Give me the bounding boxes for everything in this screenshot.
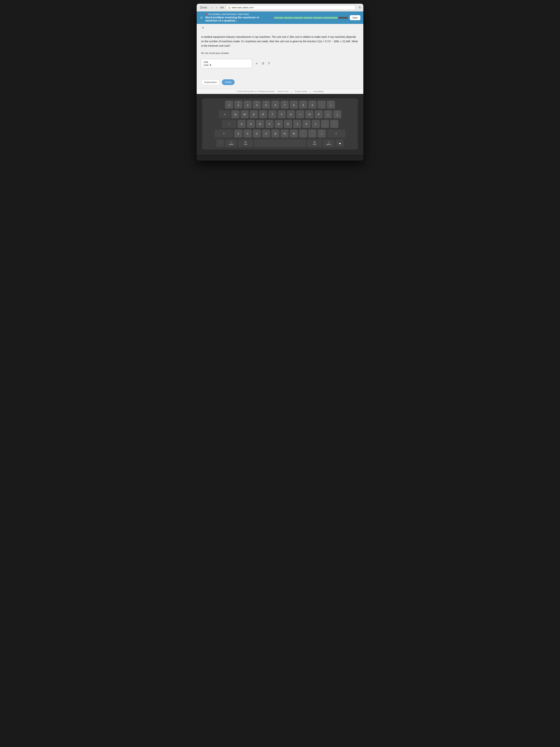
key-s[interactable]: S	[247, 120, 255, 128]
progress-segment-4	[313, 17, 322, 19]
answer-input-box: Unit cost: $	[201, 59, 252, 68]
key-i[interactable]: I	[296, 110, 304, 119]
key-u[interactable]: U	[287, 110, 295, 119]
key-n[interactable]: N	[281, 129, 289, 138]
problem-x: x	[243, 40, 245, 43]
header-category: POLYNOMIAL AND RATIONAL FUNCTIONS	[205, 14, 272, 16]
done-button[interactable]: Done	[199, 5, 208, 10]
keyboard-container: !1 @2 #3 $4 %5 ^6 &7 *8 (9 )0 _- += ⇥ Q …	[197, 95, 363, 155]
key-q[interactable]: Q	[231, 110, 239, 119]
key-semicolon[interactable]: :;	[321, 120, 329, 128]
keyboard-row-bottom: ⌃ ⌥option ⌘cmd ⌘cmd ⌥option ◀	[204, 139, 356, 147]
key-slash[interactable]: ?/	[318, 129, 326, 138]
key-3[interactable]: #3	[243, 101, 252, 109]
key-0[interactable]: )0	[308, 101, 317, 109]
back-button[interactable]: ‹	[210, 5, 213, 10]
key-d[interactable]: D	[256, 120, 264, 128]
progress-segment-6	[338, 17, 348, 19]
action-buttons: × ↺ ?	[255, 61, 271, 66]
laptop-frame: Done ‹ › AA 🔒 www-awn.aleks.com ↻ ≡ POLY…	[197, 4, 363, 161]
key-option-left[interactable]: ⌥option	[225, 139, 237, 147]
key-k[interactable]: K	[302, 120, 311, 128]
key-p[interactable]: P	[315, 110, 323, 119]
key-v[interactable]: V	[262, 129, 270, 138]
key-quote[interactable]: "'	[330, 120, 338, 128]
category-dot	[205, 14, 207, 15]
key-g[interactable]: G	[275, 120, 283, 128]
key-1[interactable]: !1	[225, 101, 233, 109]
hamburger-button[interactable]: ≡	[199, 16, 203, 20]
forward-button[interactable]: ›	[215, 5, 218, 10]
keyboard-row-asdf: ⇪ A S D F G H J K L :; "'	[204, 120, 356, 128]
key-lbracket[interactable]: {[	[324, 110, 332, 119]
key-f[interactable]: F	[265, 120, 273, 128]
key-cmd-right[interactable]: ⌘cmd	[307, 139, 322, 147]
problem-cx: C	[317, 40, 319, 43]
aa-button[interactable]: AA	[220, 6, 224, 9]
key-e[interactable]: E	[250, 110, 258, 119]
answer-area: Unit cost: $ × ↺ ?	[201, 59, 359, 68]
key-shift-left[interactable]: ⇧	[215, 129, 233, 138]
reload-button[interactable]: ↻	[359, 6, 361, 9]
key-5[interactable]: %5	[262, 101, 270, 109]
key-y[interactable]: Y	[277, 110, 286, 119]
key-arrow-left[interactable]: ◀	[336, 139, 344, 147]
expand-button[interactable]: ∨	[201, 25, 205, 30]
footer-terms[interactable]: Terms of Use	[277, 91, 289, 93]
key-w[interactable]: W	[241, 110, 249, 119]
key-tab[interactable]: ⇥	[219, 110, 230, 119]
key-option-right[interactable]: ⌥option	[323, 139, 335, 147]
key-t[interactable]: T	[268, 110, 276, 119]
progress-segment-1	[284, 17, 293, 19]
explanation-button[interactable]: Explanation	[201, 79, 220, 85]
key-shift-right[interactable]: ⇧	[327, 129, 345, 138]
no-round-text: Do not round your answer.	[201, 52, 359, 54]
key-ctrl[interactable]: ⌃	[216, 139, 224, 147]
key-r[interactable]: R	[259, 110, 267, 119]
key-c[interactable]: C	[253, 129, 261, 138]
key-l[interactable]: L	[312, 120, 320, 128]
problem-text: A medical equipment industry manufacture…	[201, 35, 359, 48]
key-comma[interactable]: <,	[299, 129, 307, 138]
key-a[interactable]: A	[238, 120, 246, 128]
key-o[interactable]: O	[305, 110, 314, 119]
key-z[interactable]: Z	[234, 129, 242, 138]
key-b[interactable]: B	[271, 129, 279, 138]
bottom-buttons: Explanation Check	[201, 79, 359, 85]
key-9[interactable]: (9	[299, 101, 307, 109]
key-7[interactable]: &7	[281, 101, 289, 109]
key-6[interactable]: ^6	[271, 101, 279, 109]
key-8[interactable]: *8	[290, 101, 298, 109]
check-button[interactable]: Check	[222, 79, 235, 85]
footer-accessibility[interactable]: Accessibility	[314, 91, 323, 93]
key-h[interactable]: H	[284, 120, 292, 128]
key-equals[interactable]: +=	[327, 101, 335, 109]
footer-separator1: |	[292, 91, 292, 93]
help-button[interactable]: ?	[267, 61, 271, 66]
footer-copyright: © 2024 McGraw Hill LLC. All Rights Reser…	[237, 91, 275, 93]
aleks-footer: © 2024 McGraw Hill LLC. All Rights Reser…	[197, 89, 363, 94]
key-m[interactable]: M	[290, 129, 298, 138]
key-space[interactable]	[254, 139, 306, 147]
answer-input[interactable]	[214, 62, 250, 65]
key-x[interactable]: X	[243, 129, 252, 138]
key-4[interactable]: $4	[253, 101, 261, 109]
clear-button[interactable]: ×	[255, 61, 259, 66]
keyboard: !1 @2 #3 $4 %5 ^6 &7 *8 (9 )0 _- += ⇥ Q …	[202, 98, 358, 150]
keyboard-row-qwerty: ⇥ Q W E R T Y U I O P {[ }]	[204, 110, 356, 119]
key-cmd-left[interactable]: ⌘cmd	[238, 139, 253, 147]
user-button[interactable]: Valer	[350, 15, 361, 20]
progress-bar	[274, 17, 348, 19]
key-minus[interactable]: _-	[318, 101, 326, 109]
browser-chrome: Done ‹ › AA 🔒 www-awn.aleks.com ↻	[197, 4, 363, 11]
footer-privacy[interactable]: Privacy Center	[295, 91, 307, 93]
key-2[interactable]: @2	[234, 101, 242, 109]
key-period[interactable]: >.	[308, 129, 317, 138]
footer-separator2: |	[310, 91, 311, 93]
key-rbracket[interactable]: }]	[333, 110, 341, 119]
key-capslock[interactable]: ⇪	[222, 120, 237, 128]
key-j[interactable]: J	[293, 120, 301, 128]
browser-toolbar: Done ‹ › AA 🔒 www-awn.aleks.com ↻	[197, 4, 363, 11]
header-title: Word problem involving the maximum or mi…	[205, 16, 272, 22]
undo-button[interactable]: ↺	[261, 61, 265, 66]
